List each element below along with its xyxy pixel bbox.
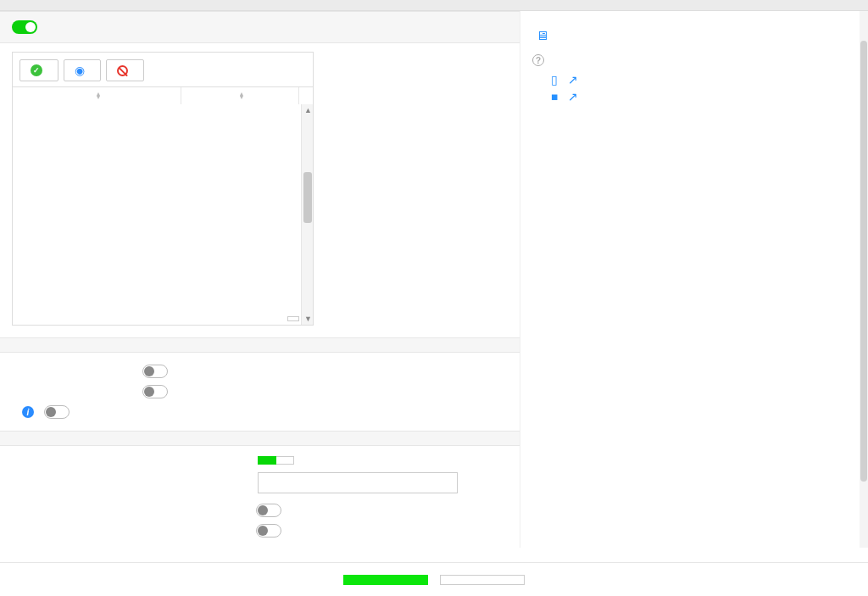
redirect-ip-input[interactable] <box>258 472 458 493</box>
domain-filter-toggle[interactable] <box>142 365 168 378</box>
static-domain-header <box>0 337 520 353</box>
external-link-icon: ↗ <box>568 73 578 86</box>
log-all-toggle[interactable] <box>256 524 281 538</box>
block-icon <box>117 65 128 76</box>
scroll-thumb[interactable] <box>303 172 312 223</box>
fortiguard-toggle[interactable] <box>12 20 37 34</box>
monitor-button[interactable]: ◉ <box>64 59 101 81</box>
scroll-up-icon[interactable]: ▲ <box>304 106 312 114</box>
sort-icon: ▲▼ <box>238 92 244 99</box>
redirect-button[interactable] <box>106 59 144 81</box>
allow-icon <box>31 64 42 76</box>
ok-button[interactable] <box>343 575 428 585</box>
options-header <box>0 431 520 446</box>
side-scrollbar[interactable] <box>860 11 868 548</box>
dialog-footer <box>0 562 868 596</box>
seg-specify[interactable] <box>276 456 294 465</box>
dns-translation-toggle[interactable] <box>44 405 70 419</box>
fortiguard-filter-header <box>0 11 520 43</box>
info-icon[interactable]: i <box>22 406 34 418</box>
allow-error-toggle[interactable] <box>256 504 281 517</box>
dialog-title <box>0 0 868 11</box>
book-icon: ▯ <box>551 73 558 86</box>
redirect-mode-segment <box>258 456 294 465</box>
external-link-icon: ↗ <box>568 90 578 103</box>
allow-button[interactable] <box>19 59 58 81</box>
seg-default[interactable] <box>258 456 276 465</box>
external-ip-toggle[interactable] <box>142 385 168 398</box>
documentation-heading: ? <box>532 54 856 66</box>
redirect-portal-label <box>12 454 258 458</box>
video-tutorials-link[interactable]: ■ ↗ <box>532 88 856 105</box>
main-panel: ◉ ▲▼ ▲▼ <box>0 11 520 548</box>
scroll-down-icon[interactable]: ▼ <box>304 315 312 323</box>
online-help-link[interactable]: ▯ ↗ <box>532 71 856 88</box>
scroll-tooltip <box>287 316 299 321</box>
table-scrollbar[interactable]: ▲ ▼ <box>301 104 313 325</box>
side-scroll-thumb[interactable] <box>860 41 867 482</box>
side-panel: 🖥 ? ▯ ↗ ■ ↗ <box>520 11 868 548</box>
eye-icon: ◉ <box>75 64 85 77</box>
device-icon: 🖥 <box>536 28 548 42</box>
cancel-button[interactable] <box>440 575 525 585</box>
video-icon: ■ <box>551 91 558 103</box>
help-icon: ? <box>532 54 544 66</box>
column-name[interactable]: ▲▼ <box>13 87 181 104</box>
column-action[interactable]: ▲▼ <box>181 87 299 104</box>
sort-icon: ▲▼ <box>95 92 101 99</box>
